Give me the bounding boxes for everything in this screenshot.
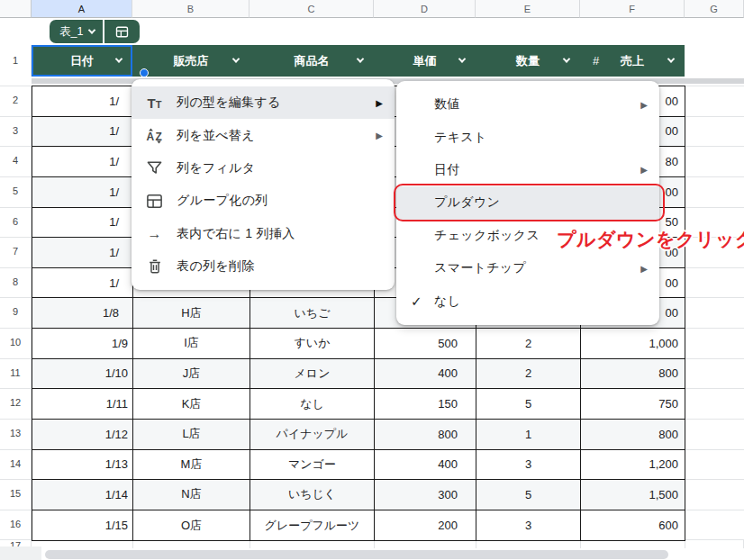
row-number-10[interactable]: 10: [0, 328, 32, 358]
cell[interactable]: M店: [133, 450, 250, 481]
cell[interactable]: O店: [133, 510, 250, 541]
row-number-1[interactable]: 1: [0, 45, 32, 77]
table-header-cell-5[interactable]: 数量: [476, 45, 580, 77]
cell[interactable]: 1/: [32, 208, 133, 239]
row-number-14[interactable]: 14: [0, 449, 32, 480]
cell[interactable]: H店: [133, 298, 250, 329]
submenu-item[interactable]: ✓なし: [396, 285, 659, 317]
column-header-E[interactable]: E: [476, 0, 580, 18]
cell[interactable]: 3: [476, 450, 581, 481]
cell[interactable]: 1/: [32, 238, 133, 268]
chevron-down-icon[interactable]: [115, 55, 122, 62]
menu-item[interactable]: →表内で右に 1 列挿入: [132, 218, 395, 250]
cell[interactable]: メロン: [250, 359, 375, 390]
cell[interactable]: 5: [476, 480, 581, 510]
cell[interactable]: I店: [133, 329, 250, 359]
menu-item[interactable]: 表の列を削除: [132, 250, 395, 283]
column-header-A[interactable]: A: [32, 0, 132, 18]
table-menu-button[interactable]: [104, 20, 140, 43]
cell[interactable]: 2: [476, 359, 581, 390]
table-header-cell-1[interactable]: 日付: [32, 45, 132, 77]
cell[interactable]: 1/: [32, 86, 133, 117]
submenu-item[interactable]: 数値▶: [396, 88, 659, 121]
chevron-down-icon[interactable]: [563, 55, 570, 62]
column-header-B[interactable]: B: [132, 0, 250, 18]
row-number-9[interactable]: 9: [0, 297, 32, 328]
table-header-cell-6[interactable]: #売上: [580, 45, 685, 77]
row-number-5[interactable]: 5: [0, 176, 32, 207]
cell[interactable]: K店: [133, 389, 250, 420]
cell[interactable]: 200: [375, 510, 476, 541]
cell[interactable]: N店: [133, 480, 250, 510]
cell[interactable]: 400: [375, 359, 476, 390]
cell[interactable]: 1/9: [32, 329, 133, 359]
chevron-down-icon[interactable]: [667, 55, 675, 62]
table-header-cell-3[interactable]: 商品名: [250, 45, 374, 77]
submenu-item[interactable]: テキスト: [396, 121, 659, 153]
cell[interactable]: 1/10: [32, 359, 133, 390]
table-name-button[interactable]: 表_1: [50, 20, 103, 43]
chevron-down-icon[interactable]: [232, 55, 240, 62]
cell[interactable]: 1/8: [32, 298, 133, 329]
submenu-item[interactable]: スマートチップ▶: [396, 252, 659, 285]
cell[interactable]: 1,000: [581, 329, 685, 359]
cell[interactable]: 1/14: [32, 480, 133, 510]
horizontal-scrollbar-thumb[interactable]: [45, 550, 668, 559]
menu-item[interactable]: TT列の型を編集する▶: [132, 86, 395, 119]
cell[interactable]: マンゴー: [250, 450, 375, 481]
row-number-3[interactable]: 3: [0, 116, 32, 147]
row-number-6[interactable]: 6: [0, 207, 32, 238]
cell[interactable]: 1,500: [581, 480, 685, 510]
cell[interactable]: 750: [581, 389, 685, 420]
row-number-11[interactable]: 11: [0, 358, 32, 389]
cell[interactable]: J店: [133, 359, 250, 390]
cell[interactable]: 1/: [32, 268, 133, 299]
cell[interactable]: 300: [375, 480, 476, 510]
selection-fill-handle[interactable]: [140, 68, 149, 77]
cell[interactable]: 1/: [32, 117, 133, 148]
column-header-C[interactable]: C: [250, 0, 374, 18]
row-number-2[interactable]: 2: [0, 86, 32, 116]
table-header-cell-2[interactable]: 販売店: [132, 45, 250, 77]
cell[interactable]: 5: [476, 389, 581, 420]
cell[interactable]: 150: [375, 389, 476, 420]
chevron-down-icon[interactable]: [357, 55, 364, 62]
row-number-8[interactable]: 8: [0, 267, 32, 298]
cell[interactable]: 1/15: [32, 510, 133, 541]
row-number-13[interactable]: 13: [0, 419, 32, 449]
cell[interactable]: 1,200: [581, 450, 685, 481]
cell[interactable]: パイナップル: [250, 420, 375, 450]
column-header-D[interactable]: D: [374, 0, 476, 18]
menu-item[interactable]: AZ列を並べ替え▶: [132, 119, 395, 151]
cell[interactable]: すいか: [250, 329, 375, 359]
cell[interactable]: 400: [375, 450, 476, 481]
row-number-15[interactable]: 15: [0, 479, 32, 510]
cell[interactable]: 800: [581, 420, 685, 450]
cell[interactable]: 800: [581, 359, 685, 390]
column-header-G[interactable]: G: [685, 0, 744, 18]
cell[interactable]: いちじく: [250, 480, 375, 510]
table-header-cell-4[interactable]: 単価: [374, 45, 476, 77]
cell[interactable]: 1/13: [32, 450, 133, 481]
row-number-12[interactable]: 12: [0, 388, 32, 419]
cell[interactable]: 1: [476, 420, 581, 450]
cell[interactable]: グレープフルーツ: [250, 510, 375, 541]
row-number-4[interactable]: 4: [0, 146, 32, 176]
cell[interactable]: 1/11: [32, 389, 133, 420]
cell[interactable]: 600: [581, 510, 685, 541]
cell[interactable]: いちご: [250, 298, 375, 329]
column-header-F[interactable]: F: [580, 0, 685, 18]
cell[interactable]: 1/: [32, 177, 133, 208]
cell[interactable]: なし: [250, 389, 375, 420]
menu-item[interactable]: グループ化の列: [132, 185, 395, 217]
cell[interactable]: 2: [476, 329, 581, 359]
cell[interactable]: 1/12: [32, 420, 133, 450]
cell[interactable]: 800: [375, 420, 476, 450]
cell[interactable]: L店: [133, 420, 250, 450]
row-number-7[interactable]: 7: [0, 237, 32, 267]
cell[interactable]: 3: [476, 510, 581, 541]
chevron-down-icon[interactable]: [458, 55, 466, 62]
submenu-item[interactable]: 日付▶: [396, 154, 659, 186]
cell[interactable]: 500: [375, 329, 476, 359]
cell[interactable]: 1/: [32, 147, 133, 177]
